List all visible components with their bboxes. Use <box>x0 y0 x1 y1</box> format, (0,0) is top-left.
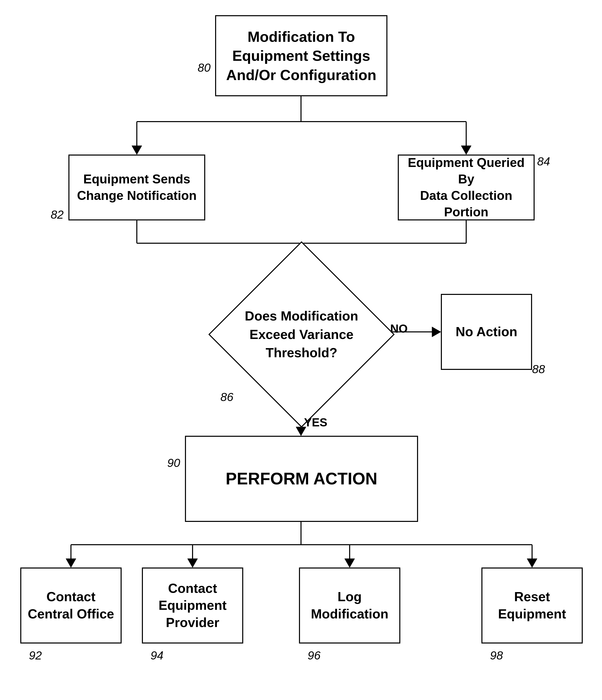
label-80: 80 <box>198 61 210 74</box>
box-equipment-sends: Equipment Sends Change Notification <box>68 154 205 220</box>
title-box: Modification To Equipment Settings And/O… <box>215 15 387 96</box>
label-84: 84 <box>537 154 550 168</box>
box-contact-central: Contact Central Office <box>20 568 122 644</box>
svg-marker-20 <box>187 559 198 568</box>
label-96: 96 <box>307 649 321 662</box>
label-88: 88 <box>532 362 545 376</box>
svg-marker-5 <box>461 146 471 154</box>
flowchart-diagram: Modification To Equipment Settings And/O… <box>0 0 602 700</box>
box-log-modification: Log Modification <box>299 568 400 644</box>
arrow-yes-label: YES <box>304 416 327 429</box>
label-82: 82 <box>51 208 64 221</box>
diamond-container: Does Modification Exceed Variance Thresh… <box>236 269 368 400</box>
label-92: 92 <box>29 649 42 662</box>
box-equipment-queried: Equipment Queried By Data Collection Por… <box>398 154 534 220</box>
svg-marker-3 <box>132 146 142 154</box>
box-contact-equipment: Contact Equipment Provider <box>142 568 243 644</box>
svg-marker-14 <box>432 327 441 337</box>
label-90: 90 <box>167 456 180 470</box>
diamond-text: Does Modification Exceed Variance Thresh… <box>245 307 358 362</box>
box-reset-equipment: Reset Equipment <box>481 568 583 644</box>
label-86: 86 <box>220 390 233 404</box>
label-98: 98 <box>490 649 503 662</box>
box-perform-action: PERFORM ACTION <box>185 436 418 522</box>
label-94: 94 <box>151 649 164 662</box>
box-no-action: No Action <box>441 294 532 370</box>
svg-marker-18 <box>66 559 76 568</box>
svg-marker-24 <box>527 559 537 568</box>
svg-marker-22 <box>345 559 355 568</box>
arrow-no-label: NO <box>390 322 408 335</box>
